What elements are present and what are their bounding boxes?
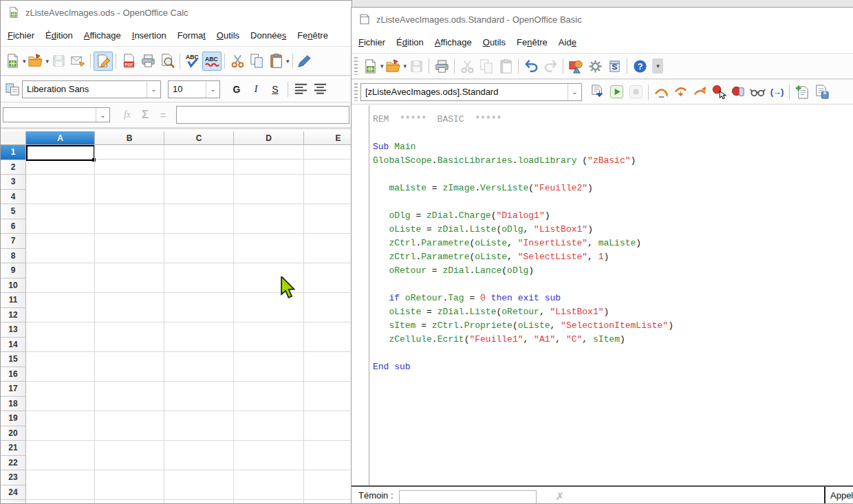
row-header-10[interactable]: 10 <box>1 278 26 294</box>
code-line[interactable]: oDlg = zDial.Charge("Dialog1") <box>373 209 853 223</box>
menu-outils[interactable]: Outils <box>477 34 511 51</box>
row-header-21[interactable]: 21 <box>1 441 26 456</box>
breakpoint-gutter[interactable] <box>352 105 369 485</box>
menu-affichage[interactable]: Affichage <box>78 27 127 44</box>
toolbar-drag-handle[interactable] <box>354 57 358 75</box>
spellcheck-button[interactable] <box>183 52 202 71</box>
menu-outils[interactable]: Outils <box>211 27 245 44</box>
paste-dropdown-icon[interactable]: ▾ <box>286 58 290 65</box>
row-header-13[interactable]: 13 <box>1 322 26 338</box>
auto-spellcheck-button[interactable] <box>202 52 222 71</box>
row-header-15[interactable]: 15 <box>1 352 26 367</box>
row-header-12[interactable]: 12 <box>1 308 26 323</box>
code-line[interactable] <box>373 195 853 209</box>
new-document-dropdown-icon[interactable]: ▾ <box>380 63 384 69</box>
align-center-button[interactable] <box>310 80 330 99</box>
menu-aide[interactable]: Aide <box>553 34 582 51</box>
export-pdf-button[interactable] <box>119 52 138 71</box>
code-line[interactable] <box>373 347 853 360</box>
menu-insertion[interactable]: Insertion <box>127 27 172 44</box>
menu-format[interactable]: Format <box>172 27 211 44</box>
font-name-dropdown-icon[interactable]: ⌄ <box>147 81 160 98</box>
code-line[interactable]: zCtrl.Parametre(oListe, "SelectListe", 1… <box>373 250 853 264</box>
column-header-A[interactable]: A <box>26 131 95 145</box>
menu-édition[interactable]: Édition <box>391 34 429 51</box>
column-header-E[interactable]: E <box>304 131 352 145</box>
font-size-combobox[interactable]: 10 ⌄ <box>168 80 220 98</box>
row-header-16[interactable]: 16 <box>1 367 26 382</box>
code-line[interactable]: zCellule.Ecrit("Feuille1", "A1", "C", sI… <box>373 333 853 347</box>
copy-button[interactable] <box>247 52 266 71</box>
code-line[interactable]: zCtrl.Parametre(oListe, "InsertListe", m… <box>373 237 853 250</box>
selected-cell-outline[interactable] <box>26 145 95 161</box>
row-header-8[interactable]: 8 <box>1 249 26 264</box>
underline-button[interactable]: S <box>266 80 285 99</box>
row-header-17[interactable]: 17 <box>1 382 26 397</box>
object-catalog-button[interactable] <box>566 56 585 76</box>
code-line[interactable]: oRetour = zDial.Lance(oDlg) <box>373 264 853 278</box>
row-header-14[interactable]: 14 <box>1 338 26 353</box>
code-line[interactable]: sItem = zCtrl.Propriete(oListe, "Selecti… <box>373 319 853 333</box>
font-size-dropdown-icon[interactable]: ⌄ <box>206 81 219 98</box>
panel-divider[interactable] <box>824 487 825 504</box>
new-document-button[interactable] <box>3 52 22 71</box>
italic-button[interactable]: I <box>246 80 266 99</box>
column-header-C[interactable]: C <box>164 131 234 145</box>
print-button[interactable] <box>432 56 451 76</box>
code-line[interactable]: End sub <box>373 360 853 374</box>
sheet-cells[interactable] <box>26 145 352 503</box>
compile-button[interactable] <box>587 83 607 102</box>
email-document-button[interactable] <box>68 52 87 71</box>
print-button[interactable] <box>138 52 158 71</box>
manage-breakpoints-button[interactable] <box>728 83 748 102</box>
new-basic-document-button[interactable] <box>360 56 380 76</box>
formula-input-line[interactable] <box>176 106 349 124</box>
watch-input[interactable] <box>399 490 537 504</box>
cut-button[interactable] <box>228 52 247 71</box>
basic-titlebar[interactable]: zListeAvecImages.ods.Standard - OpenOffi… <box>352 8 853 31</box>
toolbar-drag-handle[interactable] <box>354 83 358 101</box>
format-paintbrush-button[interactable] <box>296 52 315 71</box>
paste-button[interactable] <box>266 52 285 71</box>
step-into-button[interactable] <box>671 83 690 102</box>
row-header-11[interactable]: 11 <box>1 293 26 308</box>
name-box-dropdown-icon[interactable]: ⌄ <box>96 108 109 122</box>
run-button[interactable] <box>607 83 626 102</box>
undo-button[interactable] <box>521 56 541 76</box>
library-selector-combobox[interactable]: [zListeAvecImages.ods].Standard ⌄ <box>360 83 582 101</box>
code-line[interactable]: oListe = zDial.Liste(oDlg, "ListBox1") <box>373 223 853 237</box>
row-header-3[interactable]: 3 <box>1 175 26 190</box>
new-document-dropdown-icon[interactable]: ▾ <box>23 58 26 65</box>
calc-titlebar[interactable]: zListeAvecImages.ods - OpenOffice Calc <box>1 1 352 24</box>
row-header-9[interactable]: 9 <box>1 263 26 278</box>
row-header-25[interactable]: 25 <box>1 500 26 504</box>
column-header-B[interactable]: B <box>95 131 164 145</box>
help-button[interactable] <box>630 56 649 76</box>
row-header-1[interactable]: 1 <box>1 145 26 160</box>
row-header-22[interactable]: 22 <box>1 456 26 471</box>
basic-code-editor[interactable]: REM ***** BASIC ***** Sub MainGlobalScop… <box>352 105 853 485</box>
save-source-text-button[interactable] <box>812 83 831 102</box>
code-line[interactable] <box>373 127 853 140</box>
font-name-combobox[interactable]: Liberation Sans ⌄ <box>22 80 161 98</box>
menu-édition[interactable]: Édition <box>40 27 78 44</box>
find-parentheses-button[interactable]: (→) <box>767 83 786 102</box>
bold-button[interactable]: G <box>227 80 246 99</box>
sum-button[interactable]: Σ <box>136 108 154 122</box>
menu-fenêtre[interactable]: Fenêtre <box>511 34 553 51</box>
function-wizard-button[interactable]: fx <box>118 109 136 120</box>
formula-button[interactable]: = <box>154 109 172 121</box>
code-line[interactable]: Sub Main <box>373 140 853 154</box>
name-box[interactable]: ⌄ <box>3 107 110 122</box>
column-header-D[interactable]: D <box>234 131 304 145</box>
code-line[interactable]: if oRetour.Tag = 0 then exit sub <box>373 292 853 305</box>
row-header-19[interactable]: 19 <box>1 411 26 426</box>
step-out-button[interactable] <box>690 83 709 102</box>
code-lines[interactable]: REM ***** BASIC ***** Sub MainGlobalScop… <box>370 105 853 485</box>
library-selector-dropdown-icon[interactable]: ⌄ <box>568 84 581 100</box>
menu-fenêtre[interactable]: Fenêtre <box>292 27 334 44</box>
styles-button[interactable] <box>3 80 22 99</box>
row-header-20[interactable]: 20 <box>1 426 26 441</box>
row-header-5[interactable]: 5 <box>1 204 26 219</box>
open-document-button[interactable] <box>384 56 403 76</box>
